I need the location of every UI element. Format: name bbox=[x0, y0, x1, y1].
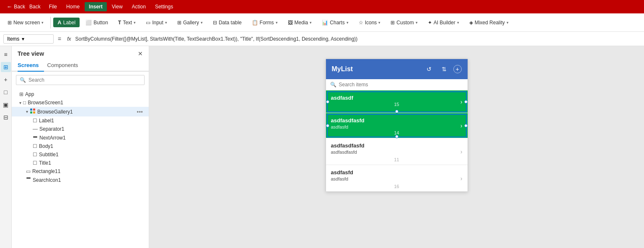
tree-item-label-subtitle1: Subtitle1 bbox=[39, 152, 143, 158]
forms-label: Forms bbox=[260, 20, 274, 26]
tree-item-title1[interactable]: ☐ Title1 bbox=[12, 159, 149, 167]
menu-view[interactable]: View bbox=[108, 2, 127, 11]
text-label: Text bbox=[123, 20, 132, 26]
new-screen-button[interactable]: ⊞ New screen ▾ bbox=[3, 18, 48, 27]
gallery-item-wrapper-2: asdfasdfasfd asdfasfd 14 › bbox=[326, 113, 468, 138]
tree-item-body1[interactable]: ☐ Body1 bbox=[12, 142, 149, 150]
icons-chevron: ▾ bbox=[378, 21, 380, 25]
gallery-item-3[interactable]: asdfasdfasfd asdfasdfasfd 11 › bbox=[326, 138, 468, 165]
input-icon: ▭ bbox=[146, 20, 150, 26]
input-label: Input bbox=[152, 20, 163, 26]
datatable-button[interactable]: ⊟ Data table bbox=[209, 18, 246, 27]
aibuilder-chevron: ▾ bbox=[457, 21, 459, 25]
gallery-item-4[interactable]: asdfasfd asdfasfd 16 › bbox=[326, 165, 468, 191]
tree-item-subtitle1[interactable]: ☐ Subtitle1 bbox=[12, 150, 149, 159]
tree-close-button[interactable]: ✕ bbox=[138, 50, 143, 57]
back-button[interactable]: ← ← Back Back bbox=[3, 2, 44, 11]
mylist-add-button[interactable]: + bbox=[453, 65, 462, 73]
button-icon: ⬜ bbox=[85, 20, 92, 26]
tree-item-label-searchicon1: SearchIcon1 bbox=[33, 177, 143, 183]
gallery-item-1[interactable]: asdfasdf 15 › bbox=[326, 90, 468, 113]
tree-item-label-body1: Body1 bbox=[39, 143, 143, 149]
gallery-expand[interactable]: ▾ bbox=[26, 109, 28, 114]
mylist-search-input[interactable] bbox=[339, 82, 463, 88]
tree-search-input[interactable] bbox=[28, 77, 141, 83]
mylist-search-bar[interactable]: 🔍 bbox=[326, 79, 468, 90]
gallery-item-subtitle-2: asdfasfd bbox=[331, 124, 463, 129]
charts-icon: 📊 bbox=[322, 20, 328, 26]
rect11-icon: ▭ bbox=[26, 168, 31, 174]
mylist-sort-button[interactable]: ⇅ bbox=[438, 63, 450, 75]
sidebar-icon-layers[interactable]: ⊞ bbox=[1, 62, 11, 72]
sidebar-icon-components[interactable]: □ bbox=[1, 87, 11, 97]
tab-components[interactable]: Components bbox=[47, 59, 83, 71]
menu-settings[interactable]: Settings bbox=[151, 2, 177, 11]
tree-item-rect11[interactable]: ▭ Rectangle11 bbox=[12, 167, 149, 176]
media-button[interactable]: 🖼 Media ▾ bbox=[284, 18, 316, 27]
charts-label: Charts bbox=[330, 20, 344, 26]
aibuilder-button[interactable]: ✦ AI Builder ▾ bbox=[424, 18, 463, 27]
tree-item-browse-gallery[interactable]: ▾ BrowseGallery1 ••• bbox=[12, 107, 149, 116]
tree-item-browse-screen[interactable]: ▾ □ BrowseScreen1 bbox=[12, 98, 149, 107]
sidebar-icon-data[interactable]: ▣ bbox=[1, 100, 11, 110]
menu-insert[interactable]: Insert bbox=[85, 2, 107, 11]
gallery-icon: ⊞ bbox=[177, 20, 181, 26]
forms-button[interactable]: 📋 Forms ▾ bbox=[248, 18, 282, 27]
forms-chevron: ▾ bbox=[276, 21, 278, 25]
aibuilder-label: AI Builder bbox=[434, 20, 455, 26]
svg-rect-1 bbox=[33, 108, 35, 111]
tree-item-label-sep1: Separator1 bbox=[39, 126, 143, 132]
icons-button[interactable]: ☆ Icons ▾ bbox=[354, 18, 385, 27]
screen-icon: □ bbox=[23, 100, 26, 106]
tree-item-searchicon1[interactable]: SearchIcon1 bbox=[12, 176, 149, 184]
button-button[interactable]: ⬜ Button bbox=[81, 18, 112, 27]
custom-label: Custom bbox=[396, 20, 414, 26]
gallery-item-title-2: asdfasdfasfd bbox=[331, 117, 463, 124]
custom-button[interactable]: ⊞ Custom ▾ bbox=[386, 18, 422, 27]
tree-item-label-arrow1: NextArrow1 bbox=[39, 135, 143, 141]
browse-screen-expand[interactable]: ▾ bbox=[19, 101, 21, 105]
formula-input[interactable]: SortByColumns(Filter([@MyList], StartsWi… bbox=[75, 36, 641, 42]
sidebar-icon-variables[interactable]: ⊟ bbox=[1, 112, 11, 122]
tree-item-more-gallery[interactable]: ••• bbox=[137, 108, 143, 115]
tree-item-label1[interactable]: ☐ Label1 bbox=[12, 116, 149, 125]
input-button[interactable]: ▭ Input ▾ bbox=[142, 18, 171, 27]
mylist-search-icon: 🔍 bbox=[330, 82, 336, 88]
gallery-item-num-1: 15 bbox=[331, 101, 463, 108]
gallery-item-2[interactable]: asdfasdfasfd asdfasfd 14 › bbox=[326, 113, 468, 138]
toolbar: ⊞ New screen ▾ A Label ⬜ Button T Text ▾… bbox=[0, 13, 644, 32]
charts-button[interactable]: 📊 Charts ▾ bbox=[318, 18, 352, 27]
tree-item-nextarrow1[interactable]: NextArrow1 bbox=[12, 133, 149, 142]
tree-item-app[interactable]: ⊞ App bbox=[12, 90, 149, 98]
text-button[interactable]: T Text ▾ bbox=[114, 18, 140, 27]
tree-item-separator1[interactable]: — Separator1 bbox=[12, 125, 149, 133]
formula-dropdown-arrow: ▾ bbox=[22, 36, 24, 42]
formula-fx-icon: fx bbox=[65, 36, 72, 42]
toolbar-separator-1 bbox=[50, 17, 51, 28]
body1-icon: ☐ bbox=[33, 143, 37, 149]
formula-dropdown[interactable]: Items ▾ bbox=[3, 34, 54, 44]
svg-point-6 bbox=[36, 136, 37, 138]
mylist-refresh-button[interactable]: ↺ bbox=[423, 63, 435, 75]
sidebar-icon-add[interactable]: + bbox=[1, 75, 11, 85]
sidebar-icons: ≡ ⊞ + □ ▣ ⊟ bbox=[0, 46, 12, 248]
gallery-arrow-2: › bbox=[460, 122, 463, 129]
gallery-item-title-4: asdfasfd bbox=[331, 169, 463, 176]
forms-icon: 📋 bbox=[252, 20, 258, 26]
label-button[interactable]: A Label bbox=[53, 18, 80, 27]
mylist-title: MyList bbox=[332, 65, 420, 73]
subtitle1-icon: ☐ bbox=[33, 152, 37, 158]
tab-screens[interactable]: Screens bbox=[18, 59, 44, 72]
tree-search[interactable]: 🔍 bbox=[16, 75, 145, 85]
gallery-button[interactable]: ⊞ Gallery ▾ bbox=[173, 18, 207, 27]
sidebar-icon-menu[interactable]: ≡ bbox=[1, 49, 11, 59]
menu-file[interactable]: File bbox=[45, 2, 61, 11]
gallery-item-title-1: asdfasdf bbox=[331, 95, 463, 101]
mixedreality-icon: ◈ bbox=[469, 20, 473, 26]
menu-action[interactable]: Action bbox=[128, 2, 150, 11]
button-label: Button bbox=[93, 20, 108, 26]
tree-content: ⊞ App ▾ □ BrowseScreen1 ▾ BrowseGallery1… bbox=[12, 88, 149, 248]
gallery-item-subtitle-4: asdfasfd bbox=[331, 176, 463, 181]
menu-home[interactable]: Home bbox=[62, 2, 84, 11]
mixedreality-button[interactable]: ◈ Mixed Reality ▾ bbox=[465, 18, 513, 27]
